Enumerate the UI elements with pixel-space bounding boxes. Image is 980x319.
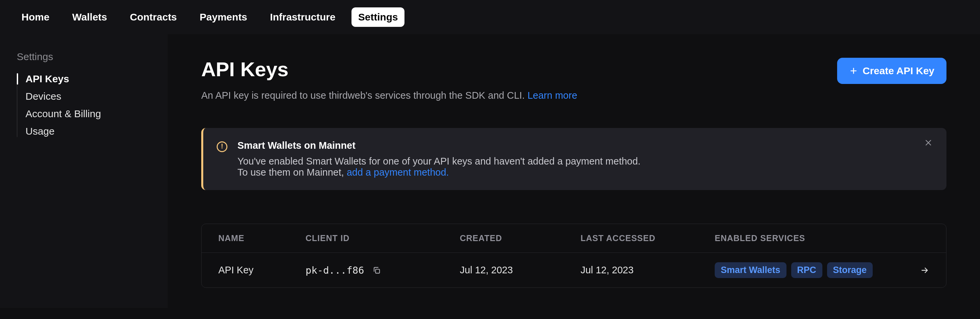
close-icon[interactable] xyxy=(924,138,933,147)
cell-last-accessed: Jul 12, 2023 xyxy=(581,265,715,276)
sidebar-item-devices[interactable]: Devices xyxy=(25,91,151,102)
service-badge: Smart Wallets xyxy=(715,262,786,278)
main-content: API Keys Create API Key An API key is re… xyxy=(168,34,980,308)
service-badge: Storage xyxy=(827,262,873,278)
col-client-id: CLIENT ID xyxy=(305,233,460,243)
nav-payments[interactable]: Payments xyxy=(193,7,254,27)
cell-created: Jul 12, 2023 xyxy=(460,265,581,276)
banner-line1: You've enabled Smart Wallets for one of … xyxy=(237,156,641,167)
top-nav: Home Wallets Contracts Payments Infrastr… xyxy=(0,0,980,34)
nav-home[interactable]: Home xyxy=(15,7,56,27)
cell-services: Smart Wallets RPC Storage xyxy=(715,262,902,278)
page-title: API Keys xyxy=(201,58,288,81)
subtitle-text: An API key is required to use thirdweb's… xyxy=(201,90,528,101)
col-last-accessed: LAST ACCESSED xyxy=(581,233,715,243)
banner-title: Smart Wallets on Mainnet xyxy=(237,140,641,151)
page-subtitle: An API key is required to use thirdweb's… xyxy=(201,90,947,101)
svg-rect-0 xyxy=(375,269,379,273)
col-created: CREATED xyxy=(460,233,581,243)
sidebar-item-account-billing[interactable]: Account & Billing xyxy=(25,108,151,120)
sidebar-item-api-keys[interactable]: API Keys xyxy=(25,73,151,85)
nav-infrastructure[interactable]: Infrastructure xyxy=(263,7,342,27)
sidebar-title: Settings xyxy=(17,51,151,62)
table-row[interactable]: API Key pk-d...f86 Jul 12, 2023 Jul 12, … xyxy=(202,253,946,287)
copy-icon[interactable] xyxy=(372,266,381,275)
col-enabled-services: ENABLED SERVICES xyxy=(715,233,902,243)
col-name: NAME xyxy=(218,233,305,243)
nav-settings[interactable]: Settings xyxy=(352,7,404,27)
nav-contracts[interactable]: Contracts xyxy=(123,7,183,27)
plus-icon xyxy=(849,67,858,75)
cell-client-id: pk-d...f86 xyxy=(305,265,460,276)
table-header: NAME CLIENT ID CREATED LAST ACCESSED ENA… xyxy=(202,224,946,253)
learn-more-link[interactable]: Learn more xyxy=(528,90,577,101)
create-api-key-button[interactable]: Create API Key xyxy=(837,58,947,84)
notice-banner: Smart Wallets on Mainnet You've enabled … xyxy=(201,128,947,190)
sidebar: Settings API Keys Devices Account & Bill… xyxy=(0,34,168,308)
service-badge: RPC xyxy=(791,262,822,278)
arrow-right-icon[interactable] xyxy=(920,266,929,275)
banner-line2-prefix: To use them on Mainnet, xyxy=(237,167,347,178)
sidebar-item-usage[interactable]: Usage xyxy=(25,126,151,137)
cell-name: API Key xyxy=(218,265,305,276)
add-payment-method-link[interactable]: add a payment method. xyxy=(347,167,449,178)
warning-icon xyxy=(217,141,228,152)
nav-wallets[interactable]: Wallets xyxy=(65,7,114,27)
api-keys-table: NAME CLIENT ID CREATED LAST ACCESSED ENA… xyxy=(201,223,947,288)
create-api-key-label: Create API Key xyxy=(862,65,934,77)
client-id-value: pk-d...f86 xyxy=(305,265,364,276)
